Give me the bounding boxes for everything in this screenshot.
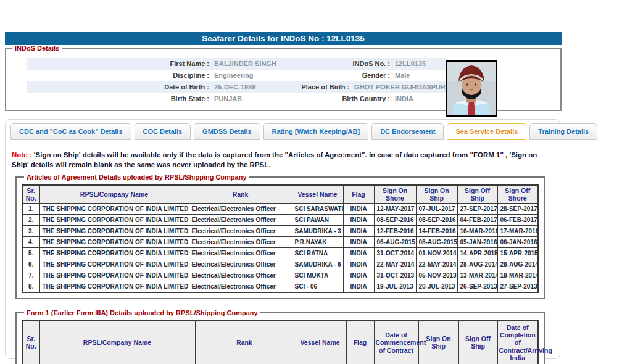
tab-sea-service-details[interactable]: Sea Service Details <box>447 123 526 140</box>
field-value: BALJINDER SINGH <box>214 58 276 70</box>
field-label: INDoS No. : <box>317 58 390 70</box>
table-cell: 18-MAR-2014 <box>497 270 538 281</box>
table-cell: 27-SEP-2017 <box>457 204 497 215</box>
table-cell: 12-MAY-2017 <box>374 204 416 215</box>
column-header: Sign On Shore <box>374 185 416 204</box>
table-cell: 8. <box>22 281 39 293</box>
table-cell: 31-OCT-2014 <box>374 248 416 259</box>
tab-dc-endorsement[interactable]: DC Endorsement <box>371 123 444 140</box>
column-header: Sr. No. <box>22 321 39 364</box>
table-cell: Electrical/Electronics Officer <box>189 204 292 215</box>
table-cell: 05-NOV-2013 <box>416 270 457 281</box>
indos-details-rows: First Name :BALJINDER SINGHINDoS No. :12… <box>27 58 446 105</box>
table-cell: Electrical/Electronics Officer <box>189 270 292 281</box>
column-header: Rank <box>189 185 292 204</box>
form1-panel: Form 1 (Earlier Form IIIA) Details uploa… <box>15 309 545 364</box>
table-row: 8.THE SHIPPING CORPORATION OF INDIA LIMI… <box>22 281 538 293</box>
tab-coc-details[interactable]: COC Details <box>135 123 191 140</box>
tab-panel-container: CDC and "CoC as Cook" DetailsCOC Details… <box>5 119 560 359</box>
table-cell: 12-FEB-2016 <box>374 226 416 237</box>
table-cell: THE SHIPPING CORPORATION OF INDIA LIMITE… <box>39 270 189 281</box>
table-cell: THE SHIPPING CORPORATION OF INDIA LIMITE… <box>39 226 189 237</box>
table-cell: 28-AUG-2014 <box>497 259 538 270</box>
articles-header-row: Sr. No.RPSL/Company NameRankVessel NameF… <box>22 185 538 204</box>
table-cell: THE SHIPPING CORPORATION OF INDIA LIMITE… <box>39 248 189 259</box>
table-row: 2.THE SHIPPING CORPORATION OF INDIA LIMI… <box>22 215 538 226</box>
field-value: Male <box>395 70 410 81</box>
table-cell: 26-SEP-2013 <box>457 281 497 293</box>
form1-header-row: Sr. No.RPSL/Company NameRankVessel NameF… <box>22 321 538 364</box>
note-text: Note : 'Sign on Ship' details will be av… <box>12 150 554 170</box>
column-header: Vessel Name <box>294 321 346 364</box>
table-cell: 06-AUG-2015 <box>374 237 416 248</box>
field-label: Discipline : <box>27 70 209 81</box>
column-header: Sign On Ship <box>416 185 457 204</box>
table-cell: 06-JAN-2016 <box>497 237 538 248</box>
table-cell: 4. <box>22 237 39 248</box>
indos-details-panel: INDoS Details First Name :BALJINDER SING… <box>5 44 562 111</box>
table-cell: Electrical/Electronics Officer <box>189 215 292 226</box>
table-cell: 06-FEB-2017 <box>497 215 538 226</box>
column-header: RPSL/Company Name <box>39 185 189 204</box>
articles-table-body: 1.THE SHIPPING CORPORATION OF INDIA LIMI… <box>22 204 538 293</box>
seafarer-photo <box>446 60 497 117</box>
table-cell: THE SHIPPING CORPORATION OF INDIA LIMITE… <box>39 215 189 226</box>
table-cell: INDIA <box>343 248 374 259</box>
table-cell: 6. <box>22 259 39 270</box>
indos-field-row: Discipline :EngineeringGender :Male <box>27 70 446 81</box>
form1-legend: Form 1 (Earlier Form IIIA) Details uploa… <box>24 309 260 316</box>
table-row: 4.THE SHIPPING CORPORATION OF INDIA LIMI… <box>22 237 538 248</box>
column-header: Sign Off Ship <box>457 185 497 204</box>
table-cell: 08-SEP-2016 <box>416 215 457 226</box>
table-row: 1.THE SHIPPING CORPORATION OF INDIA LIMI… <box>22 204 538 215</box>
table-row: 6.THE SHIPPING CORPORATION OF INDIA LIMI… <box>22 259 538 270</box>
table-cell: SAMUDRIKA - 6 <box>292 259 343 270</box>
table-cell: 16-MAR-2016 <box>457 226 497 237</box>
table-cell: SCI PAWAN <box>292 215 343 226</box>
indos-details-legend: INDoS Details <box>12 44 62 52</box>
table-cell: 28-SEP-2017 <box>497 204 538 215</box>
table-row: 7.THE SHIPPING CORPORATION OF INDIA LIMI… <box>22 270 538 281</box>
table-cell: SAMUDRIKA - 3 <box>292 226 343 237</box>
table-cell: Electrical/Electronics Officer <box>189 259 292 270</box>
column-header: Sign Off Ship <box>458 321 497 364</box>
table-cell: 28-AUG-2014 <box>457 259 497 270</box>
field-label: Birth Country : <box>317 93 390 105</box>
table-cell: INDIA <box>343 226 374 237</box>
column-header: Date of Commencement of Contract <box>374 321 418 364</box>
tab-rating-watch-keeping-ab[interactable]: Rating [Watch Keeping/AB] <box>263 123 369 140</box>
table-cell: 1. <box>22 204 39 215</box>
table-cell: 27-SEP-2013 <box>497 281 538 293</box>
table-cell: THE SHIPPING CORPORATION OF INDIA LIMITE… <box>39 259 189 270</box>
table-cell: SCI RATNA <box>292 248 343 259</box>
table-cell: SCI - 06 <box>292 281 343 293</box>
articles-of-agreement-panel: Articles of Agreement Details uploaded b… <box>15 173 545 299</box>
table-cell: Electrical/Electronics Officer <box>189 237 292 248</box>
table-cell: 17-MAR-2016 <box>497 226 538 237</box>
column-header: Flag <box>346 321 374 364</box>
tab-cdc-and-coc-as-cook-details[interactable]: CDC and "CoC as Cook" Details <box>10 123 131 140</box>
field-value: Engineering <box>214 70 254 81</box>
column-header: Vessel Name <box>292 185 343 204</box>
table-cell: 3. <box>22 226 39 237</box>
field-value: 25-DEC-1989 <box>214 81 255 93</box>
table-cell: 22-MAY-2014 <box>416 259 457 270</box>
field-label: Birth State : <box>27 93 209 105</box>
table-cell: 08-SEP-2016 <box>374 215 416 226</box>
table-cell: Electrical/Electronics Officer <box>189 248 292 259</box>
table-cell: THE SHIPPING CORPORATION OF INDIA LIMITE… <box>39 204 189 215</box>
indos-field-row: Date of Birth :25-DEC-1989Place of Birth… <box>27 81 446 93</box>
table-cell: THE SHIPPING CORPORATION OF INDIA LIMITE… <box>39 281 189 293</box>
indos-field-row: First Name :BALJINDER SINGHINDoS No. :12… <box>27 58 446 70</box>
tab-gmdss-details[interactable]: GMDSS Details <box>194 123 260 140</box>
table-cell: Electrical/Electronics Officer <box>189 281 292 293</box>
table-cell: 5. <box>22 248 39 259</box>
field-label: First Name : <box>27 58 209 70</box>
page-title: Seafarer Details for INDoS No : 12LL0135 <box>5 32 562 45</box>
table-cell: SCI MUKTA <box>292 270 343 281</box>
table-cell: 01-NOV-2014 <box>416 248 457 259</box>
table-cell: 14-FEB-2016 <box>416 226 457 237</box>
tab-training-details[interactable]: Training Details <box>529 123 597 140</box>
column-header: Sign Off Shore <box>497 185 538 204</box>
table-cell: 14-APR-2015 <box>457 248 497 259</box>
